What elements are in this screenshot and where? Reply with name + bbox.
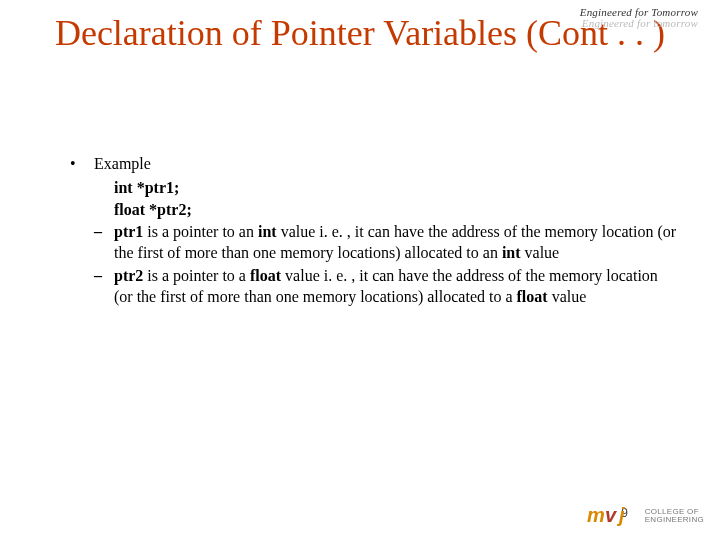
dash-icon: – (94, 222, 114, 264)
svg-text:v: v (605, 504, 618, 526)
svg-text:m: m (587, 504, 605, 526)
slide-content: • Example int *ptr1; float *ptr2; – ptr1… (0, 155, 720, 307)
logo-text: COLLEGE OF ENGINEERING (645, 508, 704, 524)
sub-bullet-1: – ptr1 is a pointer to an int value i. e… (94, 222, 680, 264)
logo-mark-icon: m v j (587, 502, 641, 530)
sub-text-1: ptr1 is a pointer to an int value i. e. … (114, 222, 680, 264)
code-line-2: float *ptr2; (114, 199, 680, 221)
sub-bullet-2: – ptr2 is a pointer to a float value i. … (94, 266, 680, 308)
sub-text-2: ptr2 is a pointer to a float value i. e.… (114, 266, 680, 308)
bullet-example: • Example (70, 155, 680, 173)
logo: m v j COLLEGE OF ENGINEERING (587, 502, 704, 530)
bullet-label: Example (94, 155, 680, 173)
tagline-ghost: Engineered for tomorrow (582, 17, 698, 29)
dash-icon: – (94, 266, 114, 308)
code-line-1: int *ptr1; (114, 177, 680, 199)
bullet-dot-icon: • (70, 155, 94, 173)
svg-text:j: j (616, 504, 625, 526)
